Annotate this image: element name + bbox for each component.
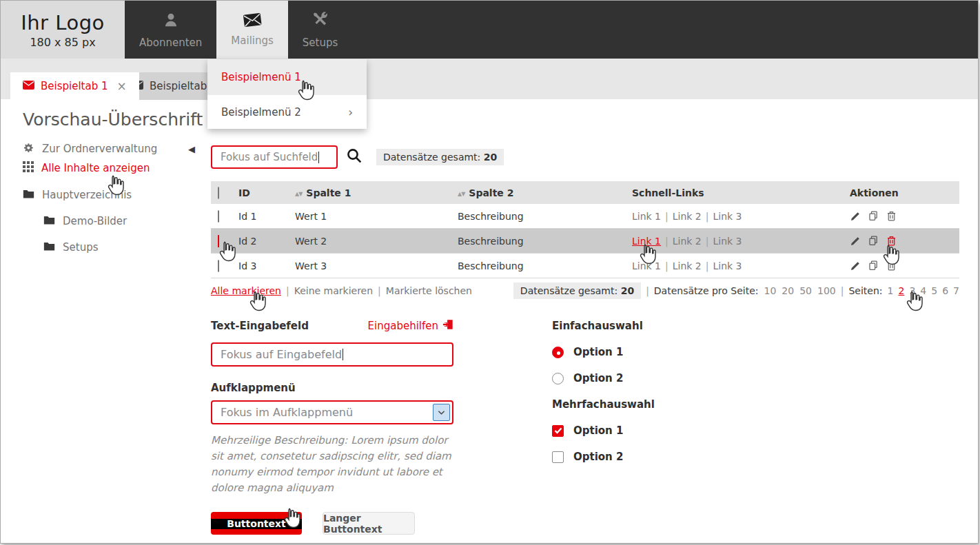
delete-icon-hovered[interactable] [886, 235, 897, 247]
delete-selected-link[interactable]: Markierte löschen [386, 285, 472, 296]
delete-icon[interactable] [886, 210, 897, 222]
select-label: Aufklappmenü [211, 382, 296, 394]
cell-actions [850, 260, 959, 271]
radio-option-2[interactable]: Option 2 [552, 371, 655, 385]
per-page-option[interactable]: 20 [782, 285, 794, 296]
sidebar-item-label: Alle Inhalte anzeigen [41, 162, 150, 174]
search-input[interactable]: Fokus auf Suchfeld [211, 145, 338, 169]
quick-link[interactable]: Link 2 [673, 260, 702, 271]
quick-link[interactable]: Link 3 [713, 260, 742, 271]
sort-icon[interactable]: ▲▼ [295, 191, 302, 197]
radio-unchecked[interactable] [552, 373, 564, 384]
app-window: Ihr Logo 180 x 85 px Abonnenten Mailings… [0, 0, 979, 544]
quick-link[interactable]: Link 3 [713, 211, 742, 222]
pages-label: Seiten: [848, 285, 882, 296]
single-choice-label: Einfachauswahl [552, 319, 655, 333]
cell-schnell-links: Link 1|Link 2|Link 3 [632, 236, 850, 247]
checkbox-unchecked[interactable] [552, 451, 564, 463]
quick-link[interactable]: Link 1 [632, 211, 661, 222]
nav-item-abonnenten[interactable]: Abonnenten [125, 1, 216, 59]
choices-section: Einfachauswahl Option 1 Option 2 Mehrfac… [552, 319, 655, 464]
input-helpers-link[interactable]: Eingabehilfen [368, 319, 453, 333]
tab-label: Beispieltab 2 [150, 80, 217, 92]
radio-label[interactable]: Option 2 [573, 372, 623, 384]
page-number[interactable]: 6 [942, 285, 948, 296]
multi-choice-label: Mehrfachauswahl [552, 398, 655, 411]
tab-beispieltab-1[interactable]: Beispieltab 1 × [10, 72, 139, 100]
primary-button[interactable]: Buttontext [211, 512, 302, 535]
radio-label[interactable]: Option 1 [573, 346, 623, 358]
folder-tree: Hauptverzeichnis Demo-Bilder Setups [23, 188, 195, 254]
page-number[interactable]: 3 [909, 285, 915, 296]
delete-icon[interactable] [886, 260, 897, 271]
nav-item-label: Mailings [231, 34, 273, 47]
dropdown-select[interactable]: Fokus im Aufklappmenü [211, 400, 453, 424]
select-none-link[interactable]: Keine markieren [294, 285, 373, 296]
select-all-link[interactable]: Alle markieren [211, 285, 281, 296]
checkbox-label[interactable]: Option 1 [573, 424, 623, 437]
search-icon[interactable] [346, 147, 363, 167]
copy-icon[interactable] [868, 260, 879, 271]
select-all-checkbox[interactable] [218, 187, 219, 199]
secondary-button[interactable]: Langer Buttontext [323, 512, 415, 535]
folder-hauptverzeichnis[interactable]: Hauptverzeichnis [23, 188, 195, 202]
chevron-down-icon[interactable] [433, 404, 450, 421]
per-page-option[interactable]: 50 [799, 285, 812, 296]
mailings-dropdown-menu: Beispielmenü 1 Beispielmenü 2 › [207, 59, 367, 129]
folder-demo-bilder[interactable]: Demo-Bilder [43, 214, 195, 228]
records-total-label: Datensätze gesamt: [383, 152, 480, 163]
copy-icon[interactable] [868, 235, 879, 247]
cell-spalte2: Beschreibung [458, 260, 632, 271]
column-header-id: ID [238, 187, 295, 198]
radio-option-1[interactable]: Option 1 [552, 345, 655, 359]
checkbox-label[interactable]: Option 2 [573, 451, 623, 463]
sidebar-item-ordnerverwaltung[interactable]: Zur Ordnerverwaltung ◀ [23, 142, 195, 156]
row-checkbox-checked[interactable] [218, 235, 219, 247]
gear-icon [23, 142, 34, 156]
page-number[interactable]: 1 [888, 285, 894, 296]
field-description: Mehrzeilige Beschreibung: Lorem ipsum do… [211, 433, 453, 496]
row-checkbox[interactable] [218, 260, 219, 272]
table-footer: Alle markieren | Keine markieren | Marki… [211, 283, 959, 298]
sidebar-item-alle-inhalte[interactable]: Alle Inhalte anzeigen [23, 161, 195, 175]
top-navbar: Ihr Logo 180 x 85 px Abonnenten Mailings… [1, 1, 978, 59]
edit-icon[interactable] [850, 235, 861, 247]
cell-id: Id 1 [238, 211, 295, 222]
collapse-icon[interactable]: ◀ [188, 144, 195, 154]
sort-icon[interactable]: ▲▼ [458, 191, 465, 197]
checkbox-checked[interactable] [552, 425, 564, 437]
menu-item-beispielmenu-1[interactable]: Beispielmenü 1 [207, 59, 367, 95]
table-row: Id 3 Wert 3 Beschreibung Link 1|Link 2|L… [211, 254, 959, 278]
close-icon[interactable]: × [117, 79, 127, 93]
secondary-button-label: Langer Buttontext [323, 513, 414, 535]
quick-link[interactable]: Link 1 [632, 260, 661, 271]
radio-checked[interactable] [552, 347, 564, 358]
edit-icon[interactable] [850, 210, 861, 222]
folder-setups[interactable]: Setups [43, 240, 195, 254]
quick-link[interactable]: Link 2 [673, 211, 702, 222]
edit-icon[interactable] [850, 260, 861, 271]
cell-actions [850, 210, 959, 222]
cell-spalte2: Beschreibung [458, 211, 632, 222]
quick-link-hovered[interactable]: Link 1 [632, 236, 661, 247]
quick-link[interactable]: Link 3 [713, 236, 742, 247]
row-checkbox[interactable] [218, 210, 219, 223]
text-input[interactable]: Fokus auf Eingabefeld [211, 342, 453, 367]
menu-item-beispielmenu-2[interactable]: Beispielmenü 2 › [207, 95, 367, 129]
per-page-option[interactable]: 10 [764, 285, 777, 296]
copy-icon[interactable] [868, 210, 879, 222]
page-title: Vorschau-Überschrift [23, 110, 203, 130]
page-number[interactable]: 7 [953, 285, 959, 296]
checkbox-option-1[interactable]: Option 1 [552, 424, 655, 438]
insert-document-icon [442, 319, 453, 333]
page-number[interactable]: 5 [931, 285, 937, 296]
nav-item-mailings[interactable]: Mailings [216, 1, 287, 59]
per-page-option[interactable]: 100 [817, 285, 836, 296]
quick-link[interactable]: Link 2 [673, 236, 702, 247]
page-number-current[interactable]: 2 [898, 285, 904, 296]
page-number[interactable]: 4 [920, 285, 926, 296]
cell-schnell-links: Link 1|Link 2|Link 3 [632, 211, 850, 222]
nav-item-setups[interactable]: Setups [288, 1, 352, 59]
column-header-spalte1: ▲▼Spalte 1 [295, 187, 458, 198]
checkbox-option-2[interactable]: Option 2 [552, 450, 655, 464]
